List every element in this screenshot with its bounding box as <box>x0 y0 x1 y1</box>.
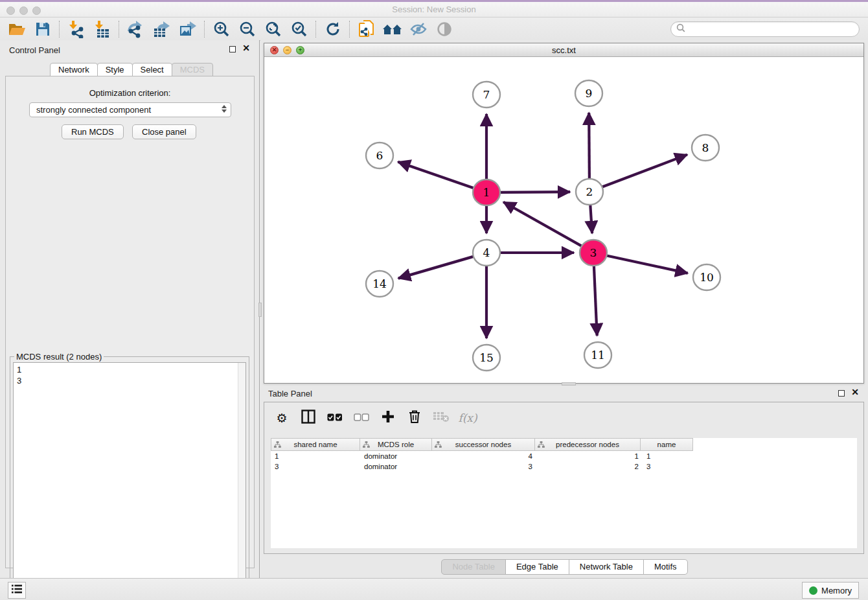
mcds-result-textarea[interactable]: 1 3 <box>13 362 246 597</box>
node-2[interactable]: 2 <box>576 179 603 205</box>
tab-network[interactable]: Network <box>50 63 98 77</box>
node-10[interactable]: 10 <box>693 264 720 290</box>
delete-table-button[interactable] <box>433 410 450 426</box>
edge-4-14[interactable] <box>398 257 474 279</box>
zoom-fit-button[interactable] <box>260 19 286 39</box>
search-field[interactable] <box>670 21 860 37</box>
tab-edge-table[interactable]: Edge Table <box>505 559 569 575</box>
zoom-fit-icon <box>265 21 282 38</box>
clone-network-button[interactable] <box>354 19 380 39</box>
tab-select[interactable]: Select <box>132 63 172 77</box>
split-divider-handle[interactable] <box>562 382 576 386</box>
delete-column-button[interactable] <box>406 410 423 426</box>
column-header-predecessor-nodes[interactable]: predecessor nodes <box>534 438 641 451</box>
edge-3-11[interactable] <box>594 266 597 336</box>
table-cell[interactable]: 3 <box>271 463 360 470</box>
tab-mcds[interactable]: MCDS <box>172 63 213 77</box>
split-divider-handle[interactable] <box>258 303 262 317</box>
column-header-name[interactable]: name <box>640 438 693 451</box>
save-session-button[interactable] <box>30 19 56 39</box>
column-header-shared-name[interactable]: shared name <box>271 438 360 451</box>
table-cell[interactable]: 3 <box>643 463 696 470</box>
edge-2-3[interactable] <box>590 205 592 233</box>
show-panels-menu-button[interactable] <box>8 582 26 599</box>
table-row[interactable]: 3dominator323 <box>271 461 857 472</box>
tab-node-table[interactable]: Node Table <box>441 559 506 575</box>
toggle-column-view-button[interactable] <box>300 410 317 426</box>
export-table-button[interactable] <box>149 19 175 39</box>
float-panel-icon[interactable] <box>229 46 236 52</box>
network-canvas[interactable]: 7968124314101511 <box>265 57 863 382</box>
edge-3-1[interactable] <box>503 202 582 246</box>
close-panel-icon[interactable]: ✕ <box>851 389 859 395</box>
table-cell[interactable]: 4 <box>433 452 536 460</box>
node-label: 6 <box>376 149 383 162</box>
edge-2-9[interactable] <box>589 113 589 178</box>
refresh-icon <box>325 21 341 38</box>
zoom-in-button[interactable] <box>209 19 234 39</box>
import-network-button[interactable] <box>63 19 89 39</box>
column-header-successor-nodes[interactable]: successor nodes <box>431 438 535 451</box>
import-table-button[interactable] <box>89 19 115 39</box>
network-view-window: ✕ − + scc.txt 7968124314101511 <box>264 43 864 384</box>
trash-icon <box>408 410 421 426</box>
table-cell[interactable]: 2 <box>536 463 643 470</box>
tab-style[interactable]: Style <box>97 63 133 77</box>
function-builder-button[interactable]: f(x) <box>459 410 476 426</box>
network-overview-button[interactable] <box>380 19 405 39</box>
table-cell[interactable]: dominator <box>360 452 433 460</box>
edge-3-10[interactable] <box>607 255 688 273</box>
node-11[interactable]: 11 <box>584 342 611 368</box>
node-4[interactable]: 4 <box>473 240 500 266</box>
table-cell[interactable]: dominator <box>360 463 433 470</box>
node-label: 10 <box>700 271 714 284</box>
edge-1-6[interactable] <box>398 162 474 188</box>
node-14[interactable]: 14 <box>366 271 393 297</box>
hide-graphics-button[interactable] <box>405 19 431 39</box>
toolbar-separator <box>204 21 205 38</box>
node-8[interactable]: 8 <box>692 135 719 161</box>
network-graph: 7968124314101511 <box>265 57 863 382</box>
result-scrollbar[interactable] <box>238 363 246 597</box>
table-settings-button[interactable]: ⚙ <box>273 410 290 426</box>
table-cell[interactable]: 1 <box>536 452 643 460</box>
table-row[interactable]: 1dominator411 <box>271 451 857 461</box>
zoom-out-button[interactable] <box>234 19 260 39</box>
optimization-criterion-select[interactable]: strongly connected component <box>29 102 231 117</box>
table-panel-tabs: Node TableEdge TableNetwork TableMotifs <box>260 559 868 575</box>
search-input[interactable] <box>685 25 859 34</box>
table-cell[interactable]: 1 <box>643 452 696 460</box>
unselect-all-columns-button[interactable] <box>353 410 370 426</box>
node-3[interactable]: 3 <box>580 240 607 266</box>
export-network-button[interactable] <box>123 19 149 39</box>
apply-layout-button[interactable] <box>320 19 346 39</box>
table-cell[interactable]: 1 <box>271 452 360 460</box>
tab-motifs[interactable]: Motifs <box>643 559 688 575</box>
node-label: 11 <box>591 349 605 362</box>
edge-1-2[interactable] <box>500 192 570 192</box>
column-label: predecessor nodes <box>556 441 619 448</box>
mcds-result-title: MCDS result (2 nodes) <box>14 352 104 362</box>
tab-network-table[interactable]: Network Table <box>569 559 644 575</box>
node-15[interactable]: 15 <box>473 345 500 371</box>
memory-button[interactable]: Memory <box>802 582 859 599</box>
node-1[interactable]: 1 <box>473 179 500 205</box>
node-7[interactable]: 7 <box>473 82 500 108</box>
table-cell[interactable]: 3 <box>433 463 536 470</box>
open-session-button[interactable] <box>4 19 30 39</box>
node-9[interactable]: 9 <box>575 80 602 106</box>
export-image-button[interactable] <box>175 19 201 39</box>
node-6[interactable]: 6 <box>366 143 393 168</box>
create-column-button[interactable] <box>380 410 396 426</box>
edge-2-8[interactable] <box>602 155 687 187</box>
column-header-mcds-role[interactable]: MCDS role <box>360 438 432 451</box>
unchecked-boxes-icon <box>354 412 369 424</box>
network-window-titlebar[interactable]: ✕ − + scc.txt <box>264 43 863 57</box>
run-mcds-button[interactable]: Run MCDS <box>62 124 124 139</box>
float-panel-icon[interactable] <box>838 390 845 397</box>
zoom-selected-button[interactable] <box>286 19 312 39</box>
select-all-columns-button[interactable] <box>326 410 343 426</box>
show-graphics-button[interactable] <box>431 19 457 39</box>
close-panel-button[interactable]: Close panel <box>132 124 196 139</box>
close-panel-icon[interactable]: ✕ <box>242 45 250 51</box>
